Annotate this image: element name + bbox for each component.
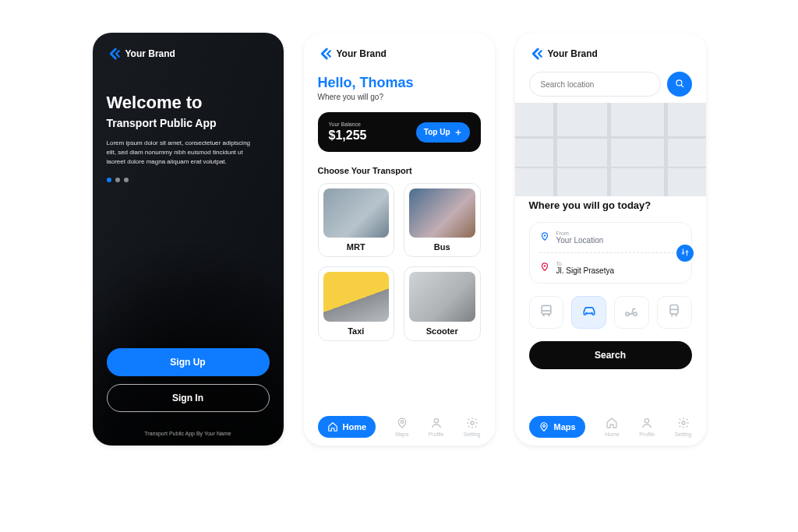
- topup-button[interactable]: Top Up: [416, 122, 470, 143]
- train-icon: [666, 303, 682, 322]
- search-route-button[interactable]: Search: [529, 341, 692, 369]
- from-row[interactable]: From Your Location: [539, 231, 682, 245]
- nav-home[interactable]: Home: [318, 416, 376, 438]
- to-row[interactable]: To Jl. Sigit Prasetya: [539, 252, 682, 275]
- transport-caption: MRT: [347, 242, 365, 252]
- onboarding-screen: Your Brand Welcome to Transport Public A…: [93, 33, 284, 446]
- mode-scooter[interactable]: [614, 296, 649, 329]
- plus-icon: [454, 129, 462, 136]
- search-input[interactable]: [529, 72, 661, 97]
- greeting: Hello, Thomas: [318, 75, 481, 91]
- svg-point-14: [542, 425, 545, 427]
- transport-caption: Scooter: [426, 326, 458, 336]
- pin-icon: [539, 231, 550, 241]
- gear-icon: [677, 417, 690, 430]
- onboarding-footer: Transport Public App By Your Name: [107, 431, 270, 436]
- transport-thumb: [409, 188, 475, 238]
- swap-button[interactable]: [674, 242, 696, 264]
- balance-card: Your Balance $1,255 Top Up: [318, 112, 481, 152]
- svg-point-0: [401, 421, 403, 423]
- from-label: From: [556, 231, 604, 236]
- swap-icon: [680, 246, 690, 260]
- nav-profile[interactable]: Profile: [639, 417, 655, 437]
- pin-icon: [539, 261, 550, 272]
- greeting-sub: Where you will go?: [318, 93, 481, 101]
- svg-point-4: [543, 234, 545, 236]
- mode-train[interactable]: [657, 296, 692, 329]
- svg-point-8: [548, 315, 550, 317]
- transport-thumb: [323, 272, 390, 321]
- nav-label: Profile: [429, 432, 444, 437]
- bottom-nav: Home Maps Profile Setting: [318, 407, 481, 438]
- search-go-button[interactable]: [667, 72, 692, 97]
- transport-card-taxi[interactable]: Taxi: [318, 266, 395, 340]
- signin-button[interactable]: Sign In: [107, 384, 270, 412]
- to-label: To: [556, 261, 614, 266]
- brand: Your Brand: [529, 47, 692, 61]
- topup-label: Top Up: [424, 128, 450, 136]
- to-value: Jl. Sigit Prasetya: [556, 266, 614, 275]
- brand-name: Your Brand: [125, 48, 175, 59]
- search-icon: [674, 78, 685, 91]
- onboarding-headline: Welcome to: [107, 93, 270, 112]
- gear-icon: [466, 417, 478, 430]
- user-icon: [430, 417, 443, 430]
- svg-point-15: [645, 419, 649, 423]
- nav-label: Maps: [554, 422, 576, 432]
- svg-point-3: [676, 79, 681, 85]
- bottom-nav: Maps Home Profile Setting: [529, 407, 692, 438]
- sheet-title: Where you will go today?: [529, 199, 692, 211]
- transport-grid: MRT Bus Taxi Scooter: [318, 183, 481, 341]
- mode-bus[interactable]: [529, 296, 564, 329]
- car-icon: [581, 303, 597, 322]
- svg-point-7: [542, 315, 545, 317]
- transport-card-mrt[interactable]: MRT: [318, 183, 395, 257]
- bus-icon: [538, 303, 554, 322]
- brand-logo-icon: [318, 47, 332, 61]
- map[interactable]: [515, 103, 706, 196]
- nav-label: Home: [343, 422, 367, 432]
- svg-point-2: [471, 421, 474, 425]
- nav-label: Profile: [639, 432, 655, 437]
- signup-button[interactable]: Sign Up: [107, 348, 270, 376]
- home-icon: [327, 421, 338, 432]
- transport-card-scooter[interactable]: Scooter: [404, 266, 481, 340]
- transport-thumb: [323, 188, 390, 238]
- nav-setting[interactable]: Setting: [675, 417, 692, 437]
- svg-point-5: [543, 265, 545, 266]
- transport-thumb: [409, 272, 475, 321]
- svg-point-16: [682, 421, 685, 425]
- nav-setting[interactable]: Setting: [464, 417, 481, 437]
- nav-profile[interactable]: Profile: [429, 417, 444, 437]
- home-screen: Your Brand Hello, Thomas Where you will …: [304, 33, 495, 446]
- nav-label: Setting: [675, 432, 692, 437]
- svg-point-10: [591, 312, 592, 314]
- nav-home[interactable]: Home: [605, 417, 620, 437]
- balance-amount: $1,255: [329, 129, 367, 143]
- route-card: From Your Location To Jl. Sigit Prasetya: [529, 222, 692, 284]
- mode-car[interactable]: [571, 296, 606, 329]
- choose-transport-title: Choose Your Transport: [318, 166, 481, 175]
- mode-row: [529, 296, 692, 329]
- brand: Your Brand: [318, 47, 481, 61]
- svg-point-9: [585, 312, 587, 314]
- nav-maps[interactable]: Maps: [529, 416, 585, 438]
- search-row: [529, 72, 692, 97]
- home-icon: [606, 417, 618, 430]
- svg-rect-6: [542, 305, 551, 314]
- transport-caption: Bus: [434, 242, 450, 252]
- nav-label: Maps: [395, 432, 408, 437]
- onboarding-description: Lorem ipsum dolor sit amet, consectetuer…: [107, 139, 255, 167]
- from-value: Your Location: [556, 236, 604, 245]
- balance-label: Your Balance: [329, 122, 367, 127]
- route-sheet: Where you will go today? From Your Locat…: [515, 187, 706, 446]
- nav-maps[interactable]: Maps: [395, 417, 408, 437]
- brand-name: Your Brand: [337, 48, 387, 59]
- pin-icon: [538, 421, 549, 432]
- brand-name: Your Brand: [548, 48, 598, 59]
- svg-point-1: [434, 419, 438, 423]
- maps-screen: Your Brand Where you will go today? From…: [515, 33, 706, 446]
- onboarding-subhead: Transport Public App: [107, 117, 270, 129]
- transport-card-bus[interactable]: Bus: [404, 183, 481, 257]
- nav-label: Setting: [464, 432, 481, 437]
